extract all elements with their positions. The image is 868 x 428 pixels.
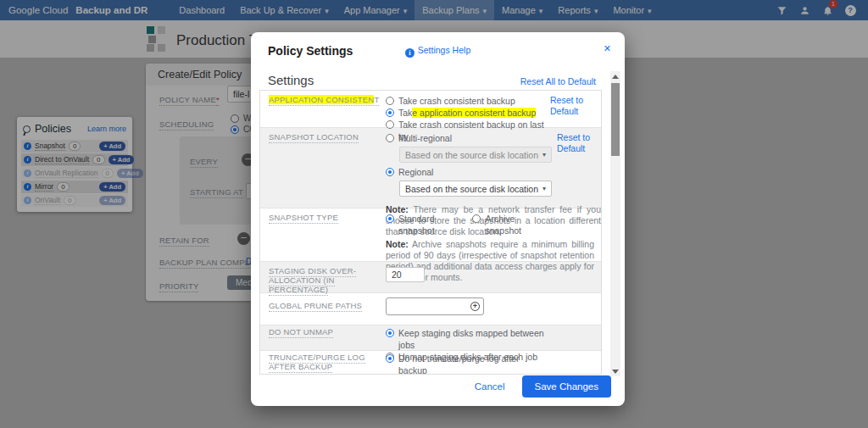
dialog-header: Policy Settings Settings Help ✕	[251, 32, 625, 66]
regional-location-select[interactable]: Based on the source disk location▾	[399, 181, 552, 197]
radio-unselected[interactable]	[386, 120, 394, 129]
scroll-up-arrow[interactable]	[610, 71, 620, 81]
row-truncate-purge: TRUNCATE/PURGE LOG AFTER BACKUP Do not t…	[260, 351, 601, 375]
radio-selected[interactable]	[386, 168, 394, 176]
staging-disk-label: STAGING DISK OVER-ALLOCATION (IN PERCENT…	[269, 266, 381, 294]
option-regional[interactable]: Regional	[386, 166, 552, 178]
settings-section-title: Settings	[268, 73, 314, 87]
screen: Google Cloud Backup and DR Dashboard Bac…	[0, 0, 868, 428]
staging-disk-input[interactable]	[386, 267, 425, 282]
row-do-not-unmap: DO NOT UNMAP Keep staging disks mapped b…	[260, 325, 601, 351]
option-do-not-truncate[interactable]: Do not truncate/purge log after backup	[386, 353, 545, 375]
snapshot-type-label: SNAPSHOT TYPE	[269, 213, 381, 236]
settings-rows: APPLICATION CONSISTENT Take crash consis…	[259, 90, 602, 375]
policy-settings-dialog: Policy Settings Settings Help ✕ Settings…	[251, 32, 625, 406]
radio-unselected[interactable]	[386, 134, 394, 142]
close-icon[interactable]: ✕	[604, 43, 611, 54]
row-snapshot-type: SNAPSHOT TYPE Standard snapshot Archive …	[260, 208, 601, 262]
save-changes-button[interactable]: Save Changes	[522, 375, 611, 397]
row-application-consistent: APPLICATION CONSISTENT Take crash consis…	[260, 91, 601, 128]
option-keep-mapped[interactable]: Keep staging disks mapped between jobs	[386, 327, 545, 351]
dialog-footer: Cancel Save Changes	[475, 375, 611, 397]
radio-selected[interactable]	[386, 354, 394, 363]
option-crash-consistent[interactable]: Take crash consistent backup	[386, 95, 545, 107]
scrollbar-thumb[interactable]	[611, 83, 620, 156]
cancel-button[interactable]: Cancel	[475, 381, 505, 392]
option-application-consistent[interactable]: Take application consistent backup	[386, 107, 545, 119]
scroll-down-arrow[interactable]	[610, 366, 620, 376]
row-snapshot-location: SNAPSHOT LOCATION Multi-regional Based o…	[260, 128, 601, 208]
row-staging-disk: STAGING DISK OVER-ALLOCATION (IN PERCENT…	[260, 262, 601, 293]
settings-help-link[interactable]: Settings Help	[251, 45, 625, 58]
chevron-down-icon: ▾	[542, 185, 546, 192]
radio-selected[interactable]	[386, 108, 394, 117]
row-global-prune: GLOBAL PRUNE PATHS	[260, 293, 601, 325]
reset-to-default-link[interactable]: Reset to Default	[557, 132, 602, 200]
option-multi-regional[interactable]: Multi-regional	[386, 132, 552, 144]
add-path-icon[interactable]	[470, 302, 480, 311]
reset-all-link[interactable]: Reset All to Default	[520, 76, 596, 86]
radio-unselected[interactable]	[472, 214, 481, 223]
multi-regional-location-select[interactable]: Based on the source disk location▾	[399, 147, 552, 163]
global-prune-input[interactable]	[386, 297, 484, 315]
radio-unselected[interactable]	[386, 97, 394, 105]
option-standard-snapshot[interactable]: Standard snapshot	[386, 213, 464, 236]
info-icon	[405, 48, 415, 58]
truncate-purge-label: TRUNCATE/PURGE LOG AFTER BACKUP	[269, 353, 381, 375]
dialog-scrollbar[interactable]	[610, 71, 620, 376]
snapshot-location-label: SNAPSHOT LOCATION	[269, 132, 381, 200]
chevron-down-icon: ▾	[542, 151, 546, 158]
global-prune-label: GLOBAL PRUNE PATHS	[269, 297, 381, 325]
option-archive-snapshot[interactable]: Archive snapshot	[472, 213, 545, 236]
radio-selected[interactable]	[386, 329, 394, 337]
radio-selected[interactable]	[386, 214, 394, 223]
